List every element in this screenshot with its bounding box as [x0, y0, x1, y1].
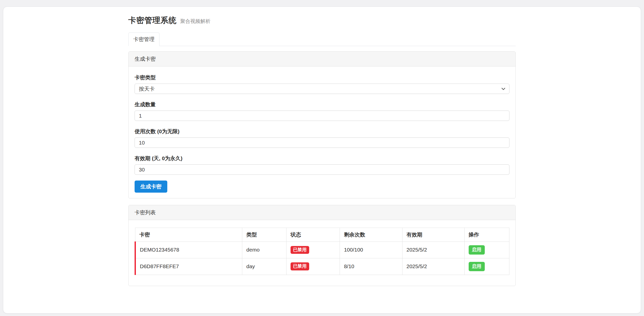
list-panel-header: 卡密列表 — [129, 205, 515, 220]
card-key-table: 卡密 类型 状态 剩余次数 有效期 操作 DEMO12345678 demo — [135, 228, 509, 275]
generate-panel-body: 卡密类型 按天卡 生成数量 使用次数 (0为无限) — [129, 66, 515, 198]
main-container: 卡密管理系统 聚合视频解析 卡密管理 生成卡密 卡密类型 按天卡 — [128, 7, 516, 286]
col-header-status: 状态 — [286, 228, 340, 242]
validity-group: 有效期 (天, 0为永久) — [135, 155, 509, 175]
card-type-group: 卡密类型 按天卡 — [135, 74, 509, 94]
quantity-label: 生成数量 — [135, 101, 509, 108]
card-type-select[interactable]: 按天卡 — [135, 84, 509, 94]
cell-remaining: 100/100 — [340, 242, 402, 258]
cell-type: demo — [242, 242, 286, 258]
cell-remaining: 8/10 — [340, 258, 402, 275]
cell-key: D6D87FF8EFE7 — [135, 258, 242, 275]
cell-status: 已禁用 — [286, 258, 340, 275]
page-title: 卡密管理系统 — [128, 16, 177, 25]
table-header-row: 卡密 类型 状态 剩余次数 有效期 操作 — [135, 228, 509, 242]
card-type-label: 卡密类型 — [135, 74, 509, 81]
cell-type: day — [242, 258, 286, 275]
quantity-group: 生成数量 — [135, 101, 509, 121]
table-row: D6D87FF8EFE7 day 已禁用 8/10 2025/5/2 启用 — [135, 258, 509, 275]
cell-status: 已禁用 — [286, 242, 340, 258]
generate-panel: 生成卡密 卡密类型 按天卡 生成数量 — [128, 51, 516, 198]
enable-button[interactable]: 启用 — [469, 245, 485, 255]
generate-button[interactable]: 生成卡密 — [135, 181, 167, 193]
col-header-key: 卡密 — [135, 228, 242, 242]
status-badge-disabled: 已禁用 — [291, 246, 309, 254]
cell-actions: 启用 — [464, 242, 509, 258]
quantity-input[interactable] — [135, 111, 509, 121]
col-header-actions: 操作 — [464, 228, 509, 242]
validity-label: 有效期 (天, 0为永久) — [135, 155, 509, 162]
page-subtitle: 聚合视频解析 — [180, 18, 210, 24]
list-panel-body: 卡密 类型 状态 剩余次数 有效期 操作 DEMO12345678 demo — [129, 220, 515, 286]
usage-count-label: 使用次数 (0为无限) — [135, 128, 509, 135]
cell-expires: 2025/5/2 — [402, 242, 464, 258]
cell-key: DEMO12345678 — [135, 242, 242, 258]
generate-panel-header: 生成卡密 — [129, 52, 515, 66]
card-type-select-wrap: 按天卡 — [135, 84, 509, 94]
list-panel: 卡密列表 卡密 类型 状态 剩余次数 有效期 操作 — [128, 205, 516, 286]
cell-expires: 2025/5/2 — [402, 258, 464, 275]
usage-count-input[interactable] — [135, 137, 509, 148]
cell-actions: 启用 — [464, 258, 509, 275]
page-header: 卡密管理系统 聚合视频解析 — [128, 15, 516, 26]
tab-card-management[interactable]: 卡密管理 — [128, 32, 159, 46]
validity-input[interactable] — [135, 164, 509, 175]
table-row: DEMO12345678 demo 已禁用 100/100 2025/5/2 启… — [135, 242, 509, 258]
col-header-expires: 有效期 — [402, 228, 464, 242]
page-card: 卡密管理系统 聚合视频解析 卡密管理 生成卡密 卡密类型 按天卡 — [3, 7, 641, 313]
col-header-type: 类型 — [242, 228, 286, 242]
usage-count-group: 使用次数 (0为无限) — [135, 128, 509, 148]
enable-button[interactable]: 启用 — [469, 262, 485, 271]
tab-bar: 卡密管理 — [128, 32, 516, 46]
col-header-remaining: 剩余次数 — [340, 228, 402, 242]
status-badge-disabled: 已禁用 — [291, 262, 309, 270]
